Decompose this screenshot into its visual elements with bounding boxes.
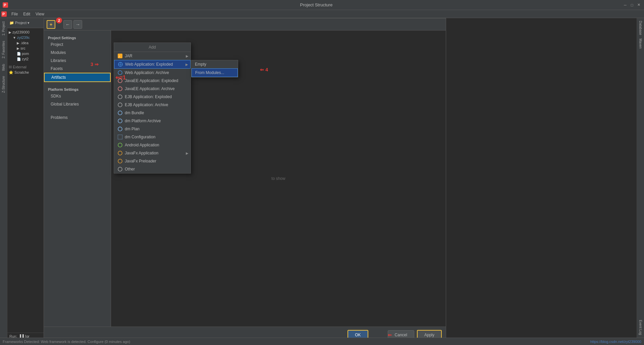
nav-back-button[interactable]: ← (63, 20, 72, 29)
svg-point-14 (118, 111, 122, 115)
tree-item-label: src (20, 46, 25, 50)
tree-item-label: III External (9, 65, 26, 69)
content-area: to show Add J JAR ▶ (111, 30, 446, 327)
dropdown-item-other[interactable]: Other (114, 165, 191, 173)
dropdown-item-web-exploded[interactable]: Web Application: Exploded ▶ (114, 60, 191, 69)
svg-point-11 (118, 87, 122, 91)
menu-file[interactable]: File (9, 11, 20, 17)
dropdown-item-dm-platform[interactable]: dm Platform Archive (114, 117, 191, 125)
javafx-preloader-icon (117, 158, 123, 164)
tree-expand-icon: ▶ (17, 47, 19, 50)
submenu-web-exploded: Empty From Modules... ⇐ 4 (191, 60, 238, 77)
dropdown-item-label: dm Configuration (125, 135, 155, 139)
svg-point-9 (118, 71, 122, 75)
add-artifact-button[interactable]: + (47, 20, 55, 29)
status-text: Frameworks Detected: Web framework is de… (3, 340, 130, 344)
dropdown-item-ejb-archive[interactable]: EJB Application: Archive (114, 101, 191, 109)
dropdown-item-javafx[interactable]: JavaFx Application ▶ (114, 149, 191, 157)
submenu-item-from-modules[interactable]: From Modules... (192, 68, 238, 77)
settings-artifacts[interactable]: Artifacts (44, 73, 111, 82)
status-url: https://blog.csdn.net/zyt239000 (590, 340, 641, 344)
tab-database[interactable]: Database (638, 19, 643, 37)
dropdown-item-label: JAR (125, 54, 132, 58)
minimize-button[interactable]: ─ (623, 2, 628, 8)
tab-web[interactable]: Web (1, 62, 6, 73)
dropdown-item-ejb-exploded[interactable]: EJB Application: Exploded (114, 93, 191, 101)
window-title: Project Structure (10, 2, 623, 7)
tree-item-label: zyt2 (22, 57, 29, 61)
project-structure-dialog: + 2 ← → Project Settings Project Modules… (44, 18, 446, 343)
dropdown-item-label: EJB Application: Archive (125, 102, 168, 107)
submenu-arrow: ▶ (186, 54, 189, 58)
svg-text:J: J (118, 55, 120, 58)
svg-point-15 (118, 119, 122, 123)
dropdown-item-jar[interactable]: J JAR ▶ (114, 52, 191, 60)
dropdown-item-label: dm Bundle (125, 111, 144, 115)
dropdown-item-dm-config[interactable]: dm Configuration (114, 133, 191, 141)
tab-maven[interactable]: Maven (638, 37, 643, 50)
settings-problems[interactable]: Problems (44, 114, 111, 122)
menu-edit[interactable]: Edit (20, 11, 33, 17)
settings-sdks[interactable]: SDKs (44, 92, 111, 100)
dropdown-item-dm-plan[interactable]: dm Plan (114, 125, 191, 133)
tree-item-label: .idea (20, 41, 29, 45)
window-controls[interactable]: ─ □ ✕ (623, 2, 641, 8)
dropdown-item-android[interactable]: Android Application (114, 141, 191, 149)
menu-view[interactable]: View (33, 11, 47, 17)
maximize-button[interactable]: □ (629, 2, 635, 8)
tab-2-favorites[interactable]: 2: Favorites (1, 39, 6, 60)
web-icon (118, 62, 123, 67)
tab-1-project[interactable]: 1: Project (1, 19, 6, 38)
tree-item-label: pom (22, 52, 29, 56)
dropdown-item-label: Web Application: Archive (125, 70, 169, 75)
dm-bundle-icon (117, 110, 123, 116)
settings-global-libraries[interactable]: Global Libraries (44, 100, 111, 108)
settings-modules[interactable]: Modules (44, 49, 111, 57)
nav-forward-button[interactable]: → (73, 20, 82, 29)
menu-bar: P File Edit View (0, 10, 644, 18)
right-panel: Database Maven Event Log (637, 18, 644, 338)
dialog-body: Project Settings Project Modules Librari… (44, 30, 446, 327)
dm-plan-icon (117, 126, 123, 132)
tab-event-log[interactable]: Event Log (639, 320, 642, 335)
svg-point-21 (118, 167, 122, 171)
jar-icon: J (117, 53, 123, 59)
svg-point-19 (118, 151, 122, 155)
submenu-item-label: Empty (195, 62, 206, 67)
file-icon: 📄 (17, 52, 21, 56)
annotation-2: 2 (56, 17, 62, 23)
tree-expand-icon: ▶ (9, 30, 11, 34)
settings-project[interactable]: Project (44, 41, 111, 49)
svg-rect-17 (118, 135, 122, 139)
submenu-arrow: ▶ (186, 151, 189, 155)
dropdown-item-label: JavaEE Application: Exploded (125, 78, 178, 83)
tree-expand-icon: ▶ (17, 41, 19, 45)
side-tabs-left: 1: Project 2: Favorites Web Z-Structure (0, 18, 7, 345)
settings-facets[interactable]: Facets (44, 65, 111, 73)
tree-item-label: zyt239c (17, 36, 30, 40)
submenu-arrow: ▶ (185, 63, 188, 66)
tree-item-label: ⭐ Scratche (9, 70, 29, 75)
dropdown-item-web-archive[interactable]: Web Application: Archive (114, 69, 191, 77)
submenu-item-empty[interactable]: Empty (192, 60, 238, 68)
content-placeholder: to show (271, 176, 285, 181)
main-layout: 1: Project 2: Favorites Web Z-Structure … (0, 18, 644, 345)
dialog-toolbar: + 2 ← → (44, 18, 446, 30)
dropdown-item-javaee-archive[interactable]: JavaEE Application: Archive (114, 85, 191, 93)
dropdown-item-javafx-preloader[interactable]: JavaFx Preloader (114, 157, 191, 165)
svg-point-10 (118, 79, 122, 83)
project-settings-header: Project Settings (44, 33, 111, 41)
settings-libraries[interactable]: Libraries (44, 57, 111, 65)
project-label: 📁 Project ▾ (9, 21, 30, 25)
dropdown-item-javaee-exploded[interactable]: JavaEE Application: Exploded (114, 77, 191, 85)
dropdown-item-dm-bundle[interactable]: dm Bundle (114, 109, 191, 117)
web-archive-icon (117, 70, 123, 75)
dropdown-title: Add (114, 43, 191, 52)
file-icon: 📄 (17, 57, 21, 61)
add-dropdown-menu: Add J JAR ▶ (114, 43, 191, 174)
tab-z-structure[interactable]: Z-Structure (1, 74, 6, 95)
javaee-archive-icon (117, 86, 123, 91)
dropdown-item-label: EJB Application: Exploded (125, 94, 172, 99)
svg-point-12 (118, 95, 122, 99)
close-button[interactable]: ✕ (636, 2, 641, 8)
